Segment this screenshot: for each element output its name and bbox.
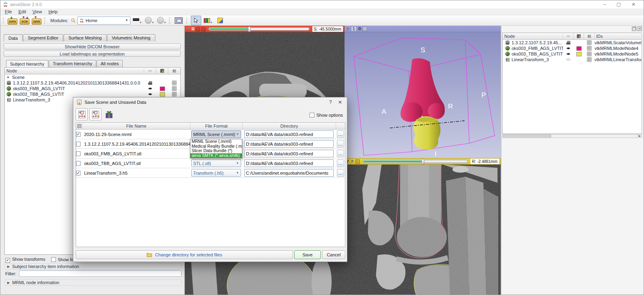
vertical-scrollbar[interactable] — [641, 33, 644, 138]
slider-handle[interactable] — [248, 27, 251, 32]
layout-selector-button[interactable] — [173, 16, 184, 25]
package-scene-button[interactable] — [103, 108, 115, 120]
color-column-header[interactable] — [574, 33, 584, 39]
maximize-button[interactable]: ▢ — [617, 2, 621, 7]
table-icon[interactable] — [587, 46, 592, 51]
directory-header[interactable]: Directory — [243, 123, 336, 129]
table-icon[interactable] — [587, 57, 592, 62]
yellow-color-swatch[interactable] — [576, 52, 582, 56]
checkbox-icon[interactable]: ✓ — [76, 132, 80, 137]
mrml-info-section[interactable]: ▶ MRML node information — [4, 279, 182, 286]
slice-visibility-icon[interactable] — [148, 80, 153, 85]
save-data-button[interactable]: ▼SAVE — [31, 16, 42, 25]
yellow-slice-slider[interactable] — [363, 160, 468, 163]
module-selector[interactable]: Home ▼ — [77, 17, 130, 25]
gear-icon[interactable]: ⚙ — [358, 26, 362, 31]
subtab-subject-hierarchy[interactable]: Subject hierarchy — [6, 60, 48, 67]
close-button[interactable]: ✕ — [632, 2, 636, 7]
transform-column-header[interactable] — [584, 33, 594, 39]
directory-field[interactable]: D:/data/AEVA data/oks003-refined — [244, 150, 334, 157]
browse-directory-button[interactable]: ... — [337, 130, 344, 138]
node-row-femur-model[interactable]: oks003_FMB_AGS_LVTIT vtkMRMLModelNode4 — [503, 45, 642, 51]
format-combo-scene[interactable]: MRML Scene (.mrml)▼ — [191, 130, 241, 138]
format-combo-transform[interactable]: Transform (.h5)▼ — [191, 169, 241, 177]
pin-icon[interactable] — [346, 27, 350, 31]
yellow-slice-view[interactable]: Y R: -2.4861mm — [345, 158, 501, 295]
table-row-tibia-stl[interactable]: oks003_TBB_AGS_LVTIT.stl STL (.stl)▼ D:/… — [76, 159, 345, 168]
table-icon[interactable] — [587, 52, 592, 56]
close-panel-icon[interactable]: ✕ — [638, 27, 642, 31]
tab-surface-meshing[interactable]: Surface Meshing — [64, 34, 107, 41]
load-data-button[interactable]: ▲DATA — [7, 16, 18, 25]
slice-menu-icon[interactable] — [355, 159, 360, 164]
node-row-volume[interactable]: 1.3.12.2.1107.5.2.19.45... vtkMRMLScalar… — [503, 40, 642, 45]
node-row-linear-transform[interactable]: LinearTransform_3 vtkMRMLLinearTransform… — [503, 57, 642, 62]
checkbox-icon[interactable] — [76, 151, 80, 156]
tab-volumetric-meshing[interactable]: Volumetric Meshing — [107, 34, 155, 41]
history-forward-button[interactable]: ›▾ — [156, 16, 167, 25]
load-labelmaps-button[interactable]: Load labelmaps as segmentation — [4, 51, 181, 57]
minimize-button[interactable]: – — [603, 2, 606, 7]
select-all-checkbox[interactable] — [76, 123, 83, 129]
tab-data[interactable]: Data — [4, 34, 23, 41]
file-name-header[interactable]: File Name — [83, 123, 190, 129]
dialog-cancel-button[interactable]: Cancel — [322, 250, 345, 259]
slice-link-icon[interactable] — [201, 27, 206, 31]
slider-handle[interactable] — [421, 159, 424, 164]
pink-color-swatch[interactable] — [576, 46, 582, 51]
browse-directory-button[interactable]: ... — [337, 159, 344, 167]
change-directory-button[interactable]: Change directory for selected files — [76, 250, 293, 259]
subtab-all-nodes[interactable]: All nodes — [97, 60, 123, 67]
browse-directory-button[interactable]: ... — [337, 140, 344, 148]
browse-directory-button[interactable]: ... — [337, 150, 344, 157]
menu-help[interactable]: Help — [45, 9, 60, 14]
select-data-button[interactable] — [76, 108, 88, 120]
tree-row-volume[interactable]: 1.3.12.2.1107.5.2.19.45406.2014120210113… — [5, 80, 180, 86]
eye-icon[interactable] — [148, 86, 153, 91]
maximize-view-icon[interactable] — [363, 27, 367, 31]
node-column-header[interactable]: Node — [5, 68, 144, 73]
yellow-color-swatch[interactable] — [160, 92, 165, 97]
table-icon[interactable] — [172, 86, 177, 91]
menu-view[interactable]: View — [30, 9, 45, 14]
subject-info-section[interactable]: ▶ Subject hierarchy item information — [4, 263, 182, 270]
ids-column-header[interactable]: IDs — [594, 34, 642, 39]
directory-field[interactable]: D:/data/AEVA data/oks003-refined — [244, 159, 334, 167]
dialog-help-button[interactable]: ? — [327, 99, 334, 105]
threed-scene[interactable]: S A P R I — [345, 32, 501, 158]
format-option-aeva-smtk[interactable]: aeva SMTK (*.aeva.smtk) — [190, 153, 242, 158]
checkbox-icon[interactable] — [76, 161, 80, 166]
colors-tool-button[interactable]: ▾ — [203, 16, 213, 25]
menu-edit[interactable]: Edit — [16, 9, 29, 14]
select-all-data-button[interactable] — [89, 108, 101, 120]
slice-visibility-icon[interactable] — [566, 40, 571, 45]
tab-segment-editor[interactable]: Segment Editor — [23, 34, 63, 41]
expander-icon[interactable]: ▼ — [6, 76, 10, 79]
node-column-header[interactable]: Node — [503, 34, 563, 39]
dialog-close-button[interactable]: ✕ — [336, 99, 344, 105]
horizontal-scrollbar[interactable]: ▶ — [502, 134, 642, 138]
tree-row-scene[interactable]: ▼Scene — [5, 74, 180, 80]
show-hide-dicom-browser-button[interactable]: Show/Hide DICOM Browser — [4, 43, 181, 50]
module-search-icon[interactable] — [71, 18, 76, 23]
table-icon[interactable] — [172, 92, 177, 97]
subtab-transform-hierarchy[interactable]: Transform hierarchy — [49, 60, 96, 67]
pink-color-swatch[interactable] — [160, 87, 165, 91]
eye-icon[interactable] — [566, 52, 571, 56]
measurement-tool-button[interactable] — [215, 16, 225, 25]
yellow-slice-image[interactable] — [345, 165, 501, 295]
eye-hidden-icon[interactable] — [566, 57, 571, 62]
table-row-transform[interactable]: ✓ LinearTransform_3.h5 Transform (.h5)▼ … — [76, 168, 345, 178]
eye-icon[interactable] — [566, 46, 571, 51]
pin-icon[interactable] — [186, 27, 190, 31]
format-combo-stl[interactable]: STL (.stl)▼ — [191, 159, 241, 167]
eye-icon[interactable] — [148, 92, 153, 97]
dialog-save-button[interactable]: Save — [294, 250, 321, 259]
tree-row-femur-model[interactable]: oks003_FMB_AGS_LVTIT — [5, 86, 180, 91]
file-format-header[interactable]: File Format — [190, 123, 243, 129]
show-options-checkbox[interactable]: Show options — [310, 113, 343, 118]
slice-menu-icon[interactable] — [196, 27, 200, 31]
pin-icon[interactable] — [350, 159, 354, 163]
history-back-button[interactable]: ‹▾ — [144, 16, 155, 25]
menu-file[interactable]: File — [2, 9, 15, 14]
